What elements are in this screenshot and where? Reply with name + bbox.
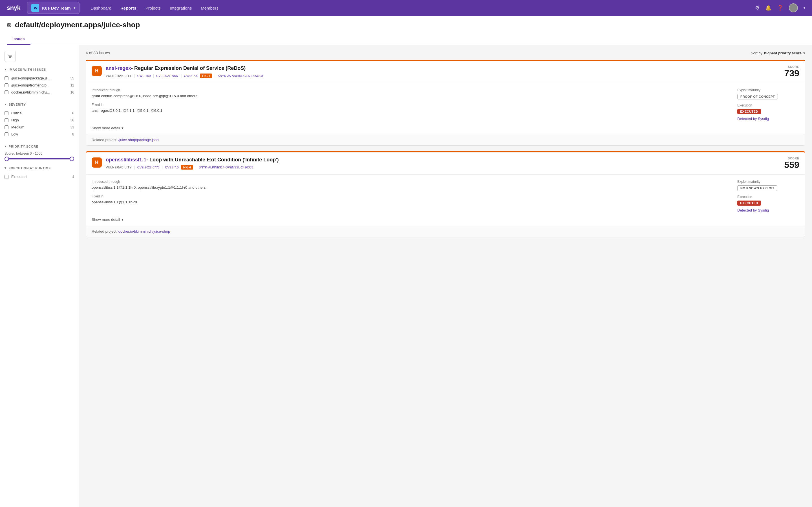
settings-icon[interactable]: ⚙	[755, 5, 760, 11]
nav-integrations[interactable]: Integrations	[170, 4, 192, 11]
score-value-0: 739	[784, 68, 799, 78]
nav-dashboard[interactable]: Dashboard	[91, 4, 111, 11]
checkbox-medium[interactable]	[4, 125, 8, 129]
issue-tags-0: VULNERABILITY | CWE-400 | CVE-2021-3807 …	[106, 73, 780, 78]
issues-header: 4 of 83 issues Sort by highest priority …	[86, 51, 805, 55]
fixed-in-row-1: Fixed in openssl/libssl1.1@1.1.1n-r0	[92, 194, 726, 205]
sort-by-label: Sort by	[751, 51, 762, 55]
issue-title-block-0: ansi-regex- Regular Expression Denial of…	[106, 65, 780, 78]
sidebar-item-count: 55	[67, 76, 74, 80]
sidebar-item-count: 12	[67, 83, 74, 87]
show-more-1[interactable]: Show more detail ▾	[86, 215, 805, 226]
nav-projects[interactable]: Projects	[146, 4, 161, 11]
help-icon[interactable]: ❓	[777, 5, 783, 11]
issue-title-0: ansi-regex- Regular Expression Denial of…	[106, 65, 780, 71]
severity-badge-0: H	[92, 66, 102, 76]
sort-value: highest priority score	[764, 51, 802, 55]
cve-link-0[interactable]: CVE-2021-3807	[156, 74, 179, 77]
introduced-through-val-1: openssl/libssl1.1@1.1.1l-r0, openssl/lib…	[92, 185, 726, 190]
nav-members[interactable]: Members	[201, 4, 218, 11]
list-item[interactable]: Low 8	[4, 131, 74, 138]
cwe-link-0[interactable]: CWE-400	[137, 74, 151, 77]
sidebar-section-priority-label: PRIORITY SCORE	[9, 145, 38, 148]
severity-high-count: 36	[67, 118, 74, 122]
related-link-0[interactable]: /juice-shop/package.json	[118, 138, 159, 142]
vuln-name-1: openssl/libssl1.1	[106, 157, 146, 163]
sysdig-link-0[interactable]: Detected by Sysdig	[737, 117, 769, 121]
cvss-link-1[interactable]: CVSS 7.5	[165, 166, 179, 169]
sidebar-section-execution-chevron-icon: ▾	[4, 166, 6, 170]
list-item[interactable]: Medium 33	[4, 124, 74, 131]
fixed-in-key-1: Fixed in	[92, 194, 726, 198]
related-label-1: Related project:	[92, 229, 117, 233]
issue-title-1: openssl/libssl1.1- Loop with Unreachable…	[106, 157, 780, 163]
list-item[interactable]: Executed 4	[4, 173, 74, 180]
page-title-row: ⎈ default/deployment.apps/juice-shop	[7, 20, 805, 29]
details-exploit-0: Exploit maturity PROOF OF CONCEPT Execut…	[737, 88, 799, 121]
sidebar-item-count: 16	[67, 91, 74, 94]
org-switcher[interactable]: K8s Dev Team ▾	[27, 2, 79, 14]
page-title: default/deployment.apps/juice-shop	[15, 20, 140, 29]
severity-medium-label: Medium	[11, 125, 64, 129]
checkbox-image-0[interactable]	[4, 76, 8, 80]
issue-type-0: VULNERABILITY	[106, 74, 132, 77]
notifications-icon[interactable]: 🔔	[765, 5, 771, 11]
issue-score-block-0: SCORE 739	[784, 65, 799, 78]
list-item[interactable]: High 36	[4, 117, 74, 124]
introduced-through-val-0: grunt-contrib-compress@1.6.0, node-pre-g…	[92, 93, 726, 99]
exploit-maturity-key-1: Exploit maturity	[737, 180, 799, 184]
related-label-0: Related project:	[92, 138, 117, 142]
nav-reports[interactable]: Reports	[120, 4, 137, 11]
checkbox-critical[interactable]	[4, 111, 8, 115]
list-item[interactable]: /juice-shop/frontend/p... 12	[4, 82, 74, 89]
checkbox-high[interactable]	[4, 118, 8, 122]
user-chevron-icon: ▾	[804, 6, 805, 10]
show-more-label-1: Show more detail	[92, 217, 120, 222]
sidebar-section-execution-header[interactable]: ▾ EXECUTION AT RUNTIME	[4, 166, 74, 170]
snyk-id-link-0[interactable]: SNYK-JS-ANSIREGEX-1583908	[218, 74, 263, 77]
score-value-1: 559	[784, 160, 799, 170]
severity-medium-count: 33	[67, 125, 74, 129]
related-link-1[interactable]: docker.io/bkimminich/juice-shop	[118, 229, 170, 233]
sysdig-link-1[interactable]: Detected by Sysdig	[737, 208, 769, 212]
sort-chevron-icon: ▾	[803, 51, 805, 55]
filter-button[interactable]	[4, 51, 16, 62]
main-nav: Dashboard Reports Projects Integrations …	[91, 4, 218, 11]
sidebar-section-severity-header[interactable]: ▾ SEVERITY	[4, 103, 74, 106]
related-project-0: Related project: /juice-shop/package.jso…	[86, 134, 805, 145]
cvss-link-0[interactable]: CVSS 7.5	[184, 74, 198, 77]
snyk-id-link-1[interactable]: SNYK-ALPINE314-OPENSSL-2426333	[199, 166, 253, 169]
cve-link-1[interactable]: CVE-2022-0778	[137, 166, 160, 169]
sidebar-section-priority-header[interactable]: ▾ PRIORITY SCORE	[4, 145, 74, 148]
sidebar-section-severity-chevron-icon: ▾	[4, 103, 6, 106]
sidebar-item-label: docker.io/bkimminich/j...	[11, 90, 64, 94]
content-area: 4 of 83 issues Sort by highest priority …	[79, 45, 812, 507]
priority-slider[interactable]	[4, 158, 74, 159]
user-avatar[interactable]	[789, 3, 798, 12]
severity-tag-0: HIGH	[200, 73, 212, 78]
checkbox-image-2[interactable]	[4, 91, 8, 94]
checkbox-image-1[interactable]	[4, 83, 8, 87]
snyk-logo[interactable]: snyk	[7, 4, 20, 11]
issue-title-block-1: openssl/libssl1.1- Loop with Unreachable…	[106, 157, 780, 170]
list-item[interactable]: /juice-shop/package.js... 55	[4, 75, 74, 82]
sidebar-section-images-header[interactable]: ▾ IMAGES WITH ISSUES	[4, 68, 74, 71]
sidebar-section-execution: ▾ EXECUTION AT RUNTIME Executed 4	[4, 166, 74, 180]
sidebar-item-label: /juice-shop/frontend/p...	[11, 83, 64, 87]
list-item[interactable]: Critical 6	[4, 110, 74, 117]
slider-thumb-right[interactable]	[70, 157, 74, 161]
severity-low-label: Low	[11, 132, 64, 136]
sidebar-section-priority-chevron-icon: ▾	[4, 145, 6, 148]
show-more-0[interactable]: Show more detail ▾	[86, 123, 805, 134]
details-intro-1: Introduced through openssl/libssl1.1@1.1…	[92, 180, 726, 212]
list-item[interactable]: docker.io/bkimminich/j... 16	[4, 89, 74, 96]
sort-control[interactable]: Sort by highest priority score ▾	[751, 51, 805, 55]
execution-key-0: Execution	[737, 103, 799, 107]
tab-issues[interactable]: Issues	[7, 34, 31, 45]
checkbox-low[interactable]	[4, 132, 8, 136]
checkbox-executed[interactable]	[4, 175, 8, 179]
issue-card-0: H ansi-regex- Regular Expression Denial …	[86, 60, 805, 146]
slider-thumb-left[interactable]	[4, 157, 9, 161]
org-name: K8s Dev Team	[42, 6, 70, 10]
fixed-in-key-0: Fixed in	[92, 103, 726, 107]
